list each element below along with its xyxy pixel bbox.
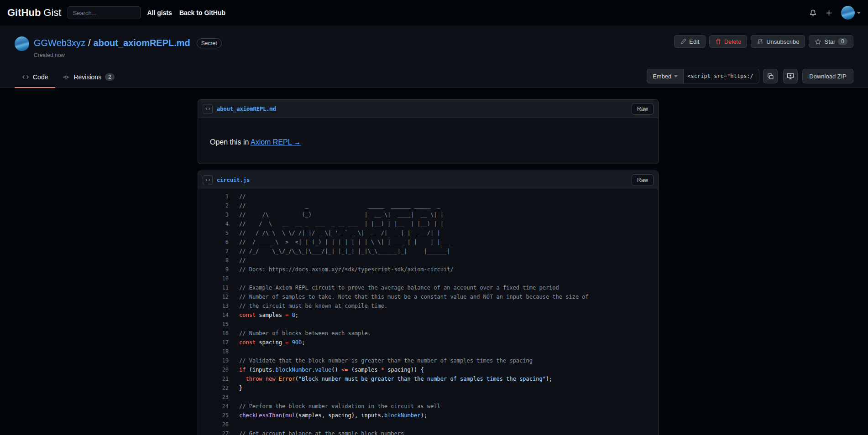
line-number[interactable]: 20 xyxy=(198,365,229,374)
line-number[interactable]: 5 xyxy=(198,228,229,238)
create-new-gist-plus-icon[interactable] xyxy=(825,9,833,17)
github-gist-logo[interactable]: GitHubGist xyxy=(7,7,61,19)
tab-revisions[interactable]: Revisions 2 xyxy=(55,68,121,88)
line-number[interactable]: 21 xyxy=(198,374,229,383)
pencil-icon xyxy=(680,38,686,45)
line-number[interactable]: 14 xyxy=(198,311,229,320)
code-line: 16// Number of blocks between each sampl… xyxy=(198,329,658,338)
line-content: } xyxy=(229,383,242,393)
code-line: 26 xyxy=(198,420,658,429)
line-number[interactable]: 3 xyxy=(198,210,229,219)
file-box-code: circuit.js Raw 1//2// _ _____ ______ ___… xyxy=(198,171,659,435)
line-number[interactable]: 23 xyxy=(198,393,229,402)
copy-button[interactable] xyxy=(763,69,778,83)
code-line: 18 xyxy=(198,347,658,356)
code-line: 13// the circuit must be known at compil… xyxy=(198,301,658,311)
embed-dropdown-button[interactable]: Embed xyxy=(647,69,684,83)
line-number[interactable]: 19 xyxy=(198,356,229,365)
notifications-bell-icon[interactable] xyxy=(809,9,817,17)
download-zip-button[interactable]: Download ZIP xyxy=(802,69,853,83)
chevron-down-icon xyxy=(857,12,861,14)
code-line: 25checkLessThan(mul(samples, spacing), i… xyxy=(198,411,658,420)
line-number[interactable]: 12 xyxy=(198,292,229,301)
code-line: 20if (inputs.blockNumber.value() <= (sam… xyxy=(198,365,658,374)
created-timestamp: Created now xyxy=(34,52,65,58)
raw-button-markdown[interactable]: Raw xyxy=(632,103,654,115)
user-menu[interactable] xyxy=(841,6,861,20)
code-line: 14const samples = 8; xyxy=(198,311,658,320)
code-line: 3// /\ (_) | __ \| ____| __ \| | xyxy=(198,210,658,219)
markdown-body: Open this in Axiom REPL → xyxy=(198,118,658,164)
code-line: 5// / /\ \ \ \/ /| |/ _ \| '_ ` _ \| _ /… xyxy=(198,228,658,238)
all-gists-link[interactable]: All gists xyxy=(147,9,172,16)
line-number[interactable]: 2 xyxy=(198,201,229,210)
axiom-repl-link[interactable]: Axiom REPL → xyxy=(251,138,301,146)
line-number[interactable]: 6 xyxy=(198,238,229,247)
star-label: Star xyxy=(824,38,835,45)
unsubscribe-label: Unsubscribe xyxy=(766,38,799,45)
gist-filename-link[interactable]: about_axiomREPL.md xyxy=(94,38,190,48)
tab-code-label: Code xyxy=(33,73,48,81)
edit-label: Edit xyxy=(689,38,699,45)
line-content: throw new Error("Block number must be gr… xyxy=(229,374,552,383)
title-separator: / xyxy=(88,38,91,48)
file-code-icon xyxy=(203,175,213,185)
back-to-github-link[interactable]: Back to GitHub xyxy=(179,9,225,16)
line-content: const spacing = 900; xyxy=(229,338,305,347)
line-number[interactable]: 10 xyxy=(198,274,229,283)
line-number[interactable]: 18 xyxy=(198,347,229,356)
line-content: // Number of samples to take. Note that … xyxy=(229,292,589,301)
gist-owner-avatar[interactable] xyxy=(15,36,29,51)
code-line: 4// / \ __ __ _ ___ _ __ ___ | |__) | |_… xyxy=(198,219,658,228)
line-number[interactable]: 8 xyxy=(198,256,229,265)
line-number[interactable]: 27 xyxy=(198,429,229,435)
line-content: // / ____ \ > <| | (_) | | | | | | | \ \… xyxy=(229,238,450,247)
line-number[interactable]: 22 xyxy=(198,383,229,393)
logo-github-text: GitHub xyxy=(7,7,41,19)
unsubscribe-button[interactable]: Unsubscribe xyxy=(751,35,805,48)
code-lines: 1//2// _ _____ ______ _____ _3// /\ (_) … xyxy=(198,189,658,435)
revisions-count-badge: 2 xyxy=(105,73,115,81)
file-name-link-markdown[interactable]: about_axiomREPL.md xyxy=(217,106,276,112)
raw-label: Raw xyxy=(637,177,648,183)
open-on-desktop-button[interactable] xyxy=(783,69,798,83)
line-number[interactable]: 13 xyxy=(198,301,229,311)
line-content: // /\ (_) | __ \| ____| __ \| | xyxy=(229,210,444,219)
user-avatar[interactable] xyxy=(841,6,855,20)
line-content: // Number of blocks between each sample. xyxy=(229,329,371,338)
line-number[interactable]: 26 xyxy=(198,420,229,429)
star-count-badge: 0 xyxy=(838,38,847,45)
line-content: if (inputs.blockNumber.value() <= (sampl… xyxy=(229,365,424,374)
code-line: 6// / ____ \ > <| | (_) | | | | | | | \ … xyxy=(198,238,658,247)
edit-button[interactable]: Edit xyxy=(674,35,705,48)
line-content: // the circuit must be known at compile … xyxy=(229,301,387,311)
line-number[interactable]: 11 xyxy=(198,283,229,292)
line-number[interactable]: 15 xyxy=(198,320,229,329)
search-input[interactable] xyxy=(68,6,141,19)
line-number[interactable]: 9 xyxy=(198,265,229,274)
line-number[interactable]: 25 xyxy=(198,411,229,420)
secret-badge: Secret xyxy=(197,38,222,48)
code-line: 1// xyxy=(198,192,658,201)
bell-slash-icon xyxy=(757,38,763,45)
line-number[interactable]: 24 xyxy=(198,402,229,411)
star-button[interactable]: Star 0 xyxy=(809,35,853,48)
embed-label: Embed xyxy=(653,73,671,80)
delete-button[interactable]: Delete xyxy=(709,35,748,48)
owner-link[interactable]: GGWeb3xyz xyxy=(34,38,85,48)
line-content: // Perform the block number validation i… xyxy=(229,402,440,411)
line-content: // Get account balance at the sample blo… xyxy=(229,429,404,435)
line-number[interactable]: 1 xyxy=(198,192,229,201)
line-content: // Docs: https://docs.axiom.xyz/sdk/type… xyxy=(229,265,454,274)
line-number[interactable]: 7 xyxy=(198,247,229,256)
code-line: 15 xyxy=(198,320,658,329)
tab-code[interactable]: Code xyxy=(15,68,55,88)
line-number[interactable]: 17 xyxy=(198,338,229,347)
line-number[interactable]: 16 xyxy=(198,329,229,338)
raw-button-code[interactable]: Raw xyxy=(632,174,654,186)
line-number[interactable]: 4 xyxy=(198,219,229,228)
line-content: // xyxy=(229,192,246,201)
file-name-link-code[interactable]: circuit.js xyxy=(217,177,250,183)
code-line: 17const spacing = 900; xyxy=(198,338,658,347)
embed-url-input[interactable] xyxy=(684,69,759,83)
